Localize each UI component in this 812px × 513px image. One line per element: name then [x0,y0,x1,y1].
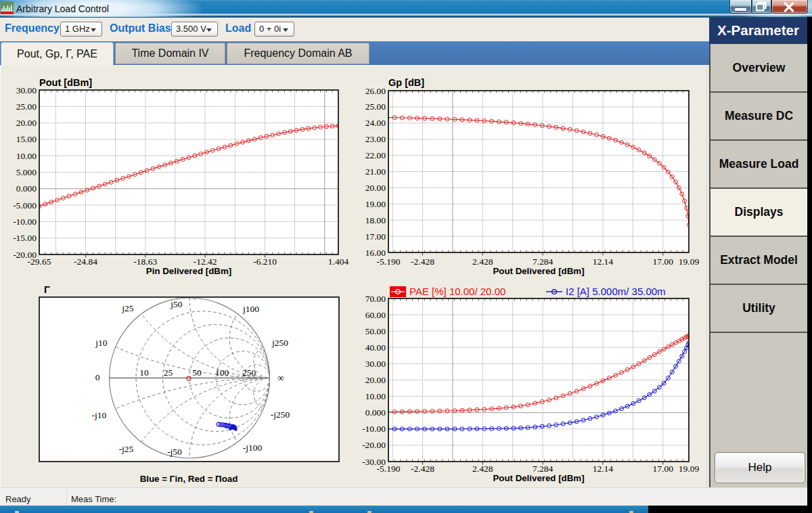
svg-text:19.00: 19.00 [365,199,386,209]
svg-text:12.14: 12.14 [593,256,614,267]
svg-text:-2.428: -2.428 [411,464,434,474]
svg-text:-24.84: -24.84 [74,256,97,267]
svg-text:25: 25 [164,367,173,378]
svg-text:Pin Delivered [dBm]: Pin Delivered [dBm] [146,266,231,276]
svg-text:2.428: 2.428 [472,256,493,267]
svg-text:-5.190: -5.190 [377,464,401,474]
svg-text:70.00: 70.00 [365,294,386,304]
svg-text:0.000: 0.000 [16,183,37,194]
svg-text:22.00: 22.00 [365,150,386,160]
svg-text:26.00: 26.00 [365,86,386,96]
svg-text:100: 100 [215,367,229,378]
svg-text:-20.00: -20.00 [362,440,386,450]
svg-text:-12.42: -12.42 [194,256,217,267]
svg-text:17.00: 17.00 [653,256,674,267]
svg-text:7.284: 7.284 [533,256,554,267]
svg-text:20.00: 20.00 [16,118,37,128]
svg-text:-6.210: -6.210 [253,256,277,267]
svg-text:Pout [dBm]: Pout [dBm] [39,77,92,88]
svg-text:0: 0 [95,372,100,382]
svg-text:-5.000: -5.000 [13,200,37,210]
svg-text:0.000: 0.000 [365,407,386,418]
svg-text:j10: j10 [95,338,108,348]
svg-text:50.00: 50.00 [365,326,386,336]
svg-text:Γ: Γ [44,284,50,295]
svg-text:PAE [%] 10.00/ 20.00: PAE [%] 10.00/ 20.00 [409,286,505,297]
svg-text:Pout Delivered [dBm]: Pout Delivered [dBm] [493,473,584,483]
svg-text:10.00: 10.00 [16,151,37,161]
svg-text:-10.00: -10.00 [13,217,37,227]
svg-text:j25: j25 [121,303,134,313]
svg-text:j50: j50 [170,299,183,309]
svg-text:-15.00: -15.00 [13,233,37,243]
svg-text:250: 250 [242,367,256,378]
svg-text:10.00: 10.00 [365,391,386,401]
svg-text:30.00: 30.00 [16,85,37,95]
svg-text:j100: j100 [242,304,259,314]
svg-text:50: 50 [192,367,202,378]
svg-text:I2 [A] 5.000m/ 35.00m: I2 [A] 5.000m/ 35.00m [566,286,666,297]
svg-text:23.00: 23.00 [365,134,386,144]
svg-text:-j250: -j250 [271,409,290,420]
svg-text:25.00: 25.00 [365,102,386,112]
svg-text:2.428: 2.428 [472,464,493,474]
svg-text:Gp [dB]: Gp [dB] [388,77,424,88]
svg-text:10: 10 [139,367,149,378]
svg-text:-29.65: -29.65 [28,256,51,267]
svg-text:19.09: 19.09 [679,464,700,474]
svg-text:-5.190: -5.190 [377,256,401,267]
svg-text:-10.00: -10.00 [362,424,386,434]
svg-text:-j10: -j10 [92,410,107,420]
svg-text:-2.428: -2.428 [411,256,434,267]
svg-text:18.00: 18.00 [365,215,386,225]
svg-text:30.00: 30.00 [365,359,386,369]
svg-text:-j100: -j100 [243,443,263,453]
svg-text:∞: ∞ [277,373,284,383]
svg-text:Blue = Γin, Red = Πoad: Blue = Γin, Red = Πoad [140,474,238,484]
svg-text:12.14: 12.14 [593,464,614,474]
svg-text:7.284: 7.284 [533,464,554,474]
svg-text:-18.63: -18.63 [133,256,157,267]
svg-text:40.00: 40.00 [365,342,386,353]
svg-text:1.404: 1.404 [328,256,349,267]
svg-text:17.00: 17.00 [365,231,386,242]
svg-text:25.00: 25.00 [16,102,37,112]
svg-text:19.09: 19.09 [679,256,700,267]
svg-text:24.00: 24.00 [365,118,386,128]
svg-text:60.00: 60.00 [365,310,386,320]
svg-text:-j25: -j25 [119,444,134,454]
svg-text:17.00: 17.00 [653,464,674,474]
svg-text:15.00: 15.00 [16,134,37,144]
svg-text:21.00: 21.00 [365,166,386,177]
svg-text:20.00: 20.00 [365,375,386,385]
svg-text:20.00: 20.00 [365,183,386,193]
svg-text:-j50: -j50 [167,447,182,457]
svg-text:5.000: 5.000 [16,167,37,177]
svg-text:Pout Delivered [dBm]: Pout Delivered [dBm] [493,266,584,276]
svg-text:j250: j250 [271,338,288,348]
